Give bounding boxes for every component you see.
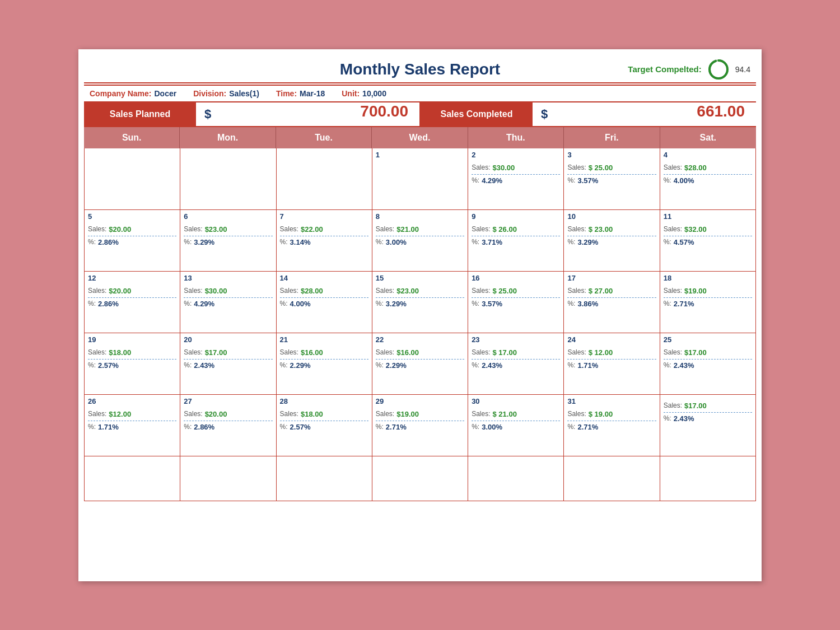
unit-label: Unit: (342, 89, 360, 98)
sales-label: Sales: (184, 410, 202, 418)
cell-pct-row: %:3.86% (567, 297, 656, 308)
pct-value: 2.43% (482, 361, 502, 370)
calendar-grid: 12Sales:$30.00%:4.29%3Sales:$ 25.00%:3.5… (84, 148, 756, 501)
pct-value: 2.71% (577, 423, 598, 431)
pct-label: %: (184, 300, 192, 307)
pct-value: 3.57% (482, 300, 502, 308)
cell-sales-row: Sales:$28.00 (664, 164, 752, 172)
cell-sales-row: Sales:$22.00 (280, 225, 368, 234)
sales-value: $12.00 (109, 410, 131, 418)
pct-label: %: (376, 238, 384, 246)
cell-sales-row: Sales:$18.00 (88, 348, 176, 357)
time-value: Mar-18 (300, 89, 325, 98)
cell-pct-row: %:4.57% (664, 236, 752, 246)
cell-sales-row: Sales:$17.00 (184, 348, 272, 357)
calendar-cell: 7Sales:$22.00%:3.14% (277, 210, 372, 272)
pct-label: %: (664, 300, 671, 307)
sales-value: $16.00 (301, 348, 323, 357)
day-number: 5 (88, 212, 176, 221)
cell-pct-row: %:2.86% (184, 421, 272, 431)
day-number: 7 (280, 212, 368, 221)
sales-label: Sales: (472, 287, 490, 295)
cell-pct-row: %:1.71% (567, 359, 656, 370)
sales-value: $18.00 (109, 348, 131, 357)
cell-sales-row: Sales:$ 23.00 (567, 225, 656, 234)
calendar-cell: 20Sales:$17.00%:2.43% (180, 333, 276, 395)
pct-value: 2.29% (386, 361, 407, 370)
pct-label: %: (184, 423, 192, 431)
sales-label: Sales: (567, 225, 586, 233)
calendar-cell: 24Sales:$ 12.00%:1.71% (564, 333, 660, 395)
pct-value: 1.71% (577, 361, 598, 370)
sales-value: $30.00 (493, 164, 515, 172)
day-number: 9 (472, 212, 560, 221)
company-value: Docer (154, 89, 176, 98)
target-label: Target Compelted: (628, 64, 701, 74)
pct-label: %: (567, 361, 575, 369)
cell-sales-row: Sales:$23.00 (184, 225, 272, 234)
target-value: 94.4 (735, 65, 750, 74)
calendar-header-cell: Fri. (564, 127, 660, 148)
cell-sales-row: Sales:$20.00 (184, 410, 272, 418)
pct-value: 3.71% (482, 238, 502, 246)
cell-sales-row: Sales:$ 17.00 (472, 348, 560, 357)
pct-label: %: (472, 176, 479, 184)
cell-pct-row: %:3.57% (472, 297, 560, 308)
pct-value: 3.29% (194, 238, 214, 246)
sales-value: $ 21.00 (493, 410, 517, 418)
sales-value: $17.00 (205, 348, 227, 357)
calendar-header-cell: Sat. (660, 127, 756, 148)
day-number: 21 (280, 335, 368, 344)
day-number: 18 (664, 274, 752, 282)
pct-value: 2.86% (194, 423, 214, 431)
pct-label: %: (184, 361, 192, 369)
cell-pct-row: %:3.57% (567, 174, 656, 185)
calendar-cell (372, 456, 468, 501)
calendar-cell: 9Sales:$ 26.00%:3.71% (468, 210, 564, 272)
pct-value: 2.43% (194, 361, 214, 370)
info-row: Company Name: Docer Division: Sales(1) T… (84, 85, 756, 102)
pct-value: 2.71% (386, 423, 407, 431)
pct-value: 2.43% (674, 414, 694, 423)
calendar-cell: 4Sales:$28.00%:4.00% (660, 148, 756, 210)
sales-value: $19.00 (396, 410, 419, 418)
cell-sales-row: Sales:$30.00 (472, 164, 560, 172)
pct-label: %: (280, 423, 288, 431)
calendar-cell: 30Sales:$ 21.00%:3.00% (468, 395, 564, 456)
pct-value: 3.86% (577, 300, 598, 308)
calendar-cell (468, 456, 564, 501)
sales-value: $23.00 (205, 225, 227, 234)
sales-value: $21.00 (396, 225, 419, 234)
cell-sales-row: Sales:$ 21.00 (472, 410, 560, 418)
pct-value: 4.29% (482, 176, 502, 185)
sales-value: $30.00 (205, 287, 227, 295)
pct-label: %: (567, 300, 575, 307)
cell-pct-row: %:1.71% (88, 421, 176, 431)
calendar-cell: 2Sales:$30.00%:4.29% (468, 148, 564, 210)
sales-value: $ 27.00 (589, 287, 613, 295)
calendar-cell (277, 148, 372, 210)
sales-label: Sales: (472, 225, 490, 233)
calendar-cell (85, 148, 180, 210)
day-number: 8 (376, 212, 464, 221)
cell-pct-row: %:2.29% (280, 359, 368, 370)
cell-sales-row: Sales:$16.00 (280, 348, 368, 357)
cell-pct-row: %:4.00% (280, 297, 368, 308)
cell-pct-row: %:2.43% (184, 359, 272, 370)
day-number: 12 (88, 274, 176, 282)
pct-label: %: (280, 238, 288, 246)
sales-completed-label: Sales Completed (421, 102, 533, 126)
calendar-cell: 26Sales:$12.00%:1.71% (85, 395, 180, 456)
calendar-cell: 15Sales:$23.00%:3.29% (372, 272, 468, 333)
sales-value: $20.00 (109, 225, 131, 234)
pct-label: %: (184, 238, 192, 246)
calendar-cell (180, 148, 276, 210)
day-number: 11 (664, 212, 752, 221)
cell-pct-row: %:2.57% (280, 421, 368, 431)
sales-label: Sales: (664, 348, 682, 356)
sales-label: Sales: (88, 348, 106, 356)
day-number: 1 (376, 151, 464, 159)
calendar-cell (660, 456, 756, 501)
pct-label: %: (88, 423, 96, 431)
pct-label: %: (280, 361, 288, 369)
